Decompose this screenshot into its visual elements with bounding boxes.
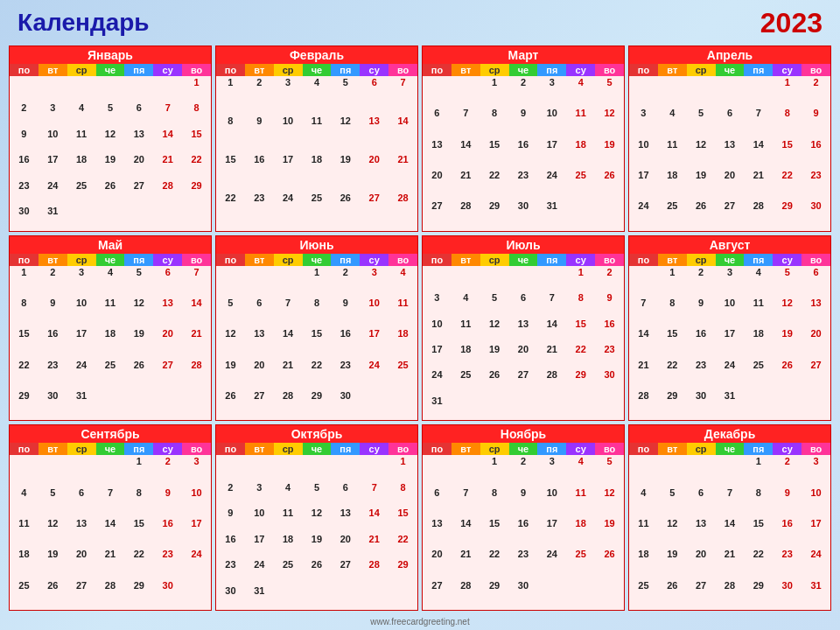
day-cell: 9 [38, 297, 67, 327]
month-block-4: Апрельповтсрчепясуво12345678910111213141… [628, 46, 831, 232]
day-header-fr: пя [744, 254, 773, 266]
day-cell: 9 [802, 107, 830, 137]
day-cell: 16 [687, 327, 716, 358]
day-cell: 25 [629, 579, 658, 610]
day-header-we: ср [67, 443, 96, 455]
day-cell: 17 [67, 327, 96, 358]
day-cell: 26 [38, 579, 67, 610]
day-cell: 14 [452, 517, 480, 548]
day-header-mo: по [629, 254, 658, 266]
day-cell: 7 [360, 481, 388, 507]
day-header-su: во [182, 254, 211, 266]
day-cell: 4 [10, 486, 38, 517]
empty-cell [96, 205, 125, 230]
day-cell: 4 [274, 481, 303, 507]
day-cell: 14 [153, 128, 182, 153]
empty-cell [629, 455, 658, 486]
day-cell: 24 [38, 179, 67, 205]
day-cell: 10 [537, 486, 566, 517]
day-cell: 3 [274, 76, 303, 115]
day-cell: 15 [216, 153, 245, 192]
day-cell: 6 [360, 76, 388, 115]
day-cell: 22 [480, 169, 509, 200]
day-cell: 13 [687, 517, 716, 548]
day-cell: 18 [96, 327, 125, 358]
day-cell: 10 [67, 297, 96, 327]
day-cell: 20 [124, 153, 153, 178]
day-cell: 13 [509, 318, 538, 343]
day-cell: 6 [802, 266, 830, 297]
day-cell: 21 [452, 169, 480, 200]
day-header-sa: су [360, 254, 388, 266]
day-cell: 20 [67, 548, 96, 578]
day-cell: 14 [629, 327, 658, 358]
day-cell: 30 [687, 389, 716, 420]
day-header-fr: пя [331, 254, 360, 266]
empty-cell [274, 584, 303, 610]
day-cell: 27 [360, 192, 388, 230]
empty-cell [509, 395, 538, 420]
day-cell: 8 [124, 486, 153, 517]
day-cell: 25 [96, 359, 125, 389]
day-cell: 24 [802, 548, 830, 578]
day-cell: 8 [658, 297, 687, 327]
day-cell: 2 [802, 76, 830, 107]
day-cell: 24 [245, 558, 274, 584]
day-cell: 3 [537, 455, 566, 486]
day-cell: 19 [595, 517, 624, 548]
day-cell: 10 [802, 486, 830, 517]
day-cell: 5 [595, 76, 624, 107]
day-header-sa: су [773, 64, 802, 76]
day-header-tu: вт [658, 254, 687, 266]
day-cell: 9 [216, 507, 245, 532]
day-cell: 12 [595, 107, 624, 137]
day-cell: 5 [687, 107, 716, 137]
day-cell: 4 [388, 266, 417, 297]
day-cell: 25 [388, 359, 417, 389]
day-cell: 16 [509, 517, 538, 548]
day-cell: 27 [124, 179, 153, 205]
day-header-th: че [96, 254, 125, 266]
day-cell: 30 [595, 368, 624, 394]
day-cell: 11 [10, 517, 38, 548]
day-header-fr: пя [744, 443, 773, 455]
day-cell: 27 [67, 579, 96, 610]
day-cell: 21 [153, 153, 182, 178]
day-cell: 2 [331, 266, 360, 297]
day-cell: 30 [216, 584, 245, 610]
day-header-sa: су [566, 443, 595, 455]
day-cell: 20 [716, 169, 745, 200]
empty-cell [423, 76, 452, 107]
day-cell: 7 [716, 486, 745, 517]
day-cell: 31 [537, 200, 566, 230]
day-cell: 18 [388, 327, 417, 358]
day-cell: 22 [773, 169, 802, 200]
day-cell: 12 [96, 128, 125, 153]
day-cell: 31 [38, 205, 67, 230]
month-block-2: Февральповтсрчепясуво1234567891011121314… [215, 46, 418, 232]
day-cell: 22 [388, 533, 417, 558]
day-cell: 18 [67, 153, 96, 178]
day-cell: 13 [423, 138, 452, 169]
day-cell: 12 [38, 517, 67, 548]
day-header-su: во [388, 254, 417, 266]
day-cell: 7 [388, 76, 417, 115]
day-cell: 3 [360, 266, 388, 297]
day-cell: 9 [245, 115, 274, 153]
day-header-fr: пя [744, 64, 773, 76]
day-cell: 16 [245, 153, 274, 192]
day-header-fr: пя [124, 254, 153, 266]
day-header-mo: по [216, 64, 245, 76]
day-header-tu: вт [452, 254, 480, 266]
day-cell: 31 [67, 389, 96, 420]
day-cell: 16 [216, 533, 245, 558]
day-header-th: че [509, 64, 538, 76]
day-cell: 4 [452, 291, 480, 317]
month-block-3: Мартповтсрчепясуво1234567891011121314151… [422, 46, 625, 232]
day-cell: 2 [595, 266, 624, 291]
month-name-5: Май [10, 236, 211, 254]
empty-cell [566, 200, 595, 230]
day-cell: 8 [480, 107, 509, 137]
day-cell: 2 [773, 455, 802, 486]
watermark: www.freecardgreeting.net [370, 617, 469, 626]
